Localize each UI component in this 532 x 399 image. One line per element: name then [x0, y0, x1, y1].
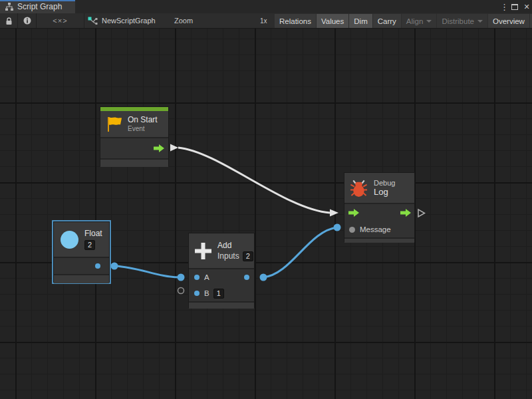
distribute-button[interactable]: Distribute: [437, 14, 487, 28]
add-b-value-field[interactable]: 1: [213, 289, 224, 299]
dim-button[interactable]: Dim: [349, 14, 372, 28]
info-icon: [23, 17, 31, 25]
active-tab-accent: [0, 0, 75, 1]
add-a-input-port[interactable]: [194, 275, 200, 280]
inputs-label: Inputs: [217, 252, 239, 261]
node-title: Add: [217, 241, 253, 250]
float-header[interactable]: Float 2: [54, 222, 109, 257]
node-float[interactable]: Float 2: [53, 221, 110, 283]
zoom-label: Zoom: [174, 13, 193, 28]
tab-script-graph[interactable]: Script Graph: [0, 0, 75, 13]
graph-selector[interactable]: NewScriptGraph: [88, 13, 156, 28]
node-footer: [54, 275, 109, 283]
lock-button[interactable]: [0, 13, 18, 28]
flow-output-port[interactable]: [154, 144, 164, 152]
add-output-port[interactable]: [244, 275, 249, 280]
toolbar: <×> NewScriptGraph Zoom 1x Relations Val…: [0, 13, 532, 29]
titlebar: Script Graph ⋮ ✕: [0, 0, 532, 13]
flag-icon: [105, 116, 122, 133]
graph-name: NewScriptGraph: [102, 17, 156, 25]
info-button[interactable]: [18, 13, 37, 28]
log-message-input-anchor[interactable]: [334, 224, 341, 231]
float-value-field[interactable]: 2: [84, 240, 95, 250]
lock-icon: [5, 17, 13, 25]
graph-canvas[interactable]: On Start Event: [0, 29, 532, 399]
node-footer: [344, 239, 414, 243]
float-output-port[interactable]: [95, 263, 100, 269]
wire-layer: [0, 29, 532, 399]
code-icon: <×>: [53, 17, 67, 25]
node-on-start[interactable]: On Start Event: [100, 106, 169, 166]
align-button[interactable]: Align: [402, 14, 437, 28]
add-output-anchor[interactable]: [260, 274, 267, 281]
add-a-label: A: [204, 273, 209, 281]
script-graph-window: Script Graph ⋮ ✕ <×>: [0, 0, 532, 399]
tab-label: Script Graph: [17, 2, 62, 11]
float-output-anchor[interactable]: [111, 263, 118, 270]
overview-button[interactable]: Overview: [488, 14, 529, 28]
wire-float-to-add-a[interactable]: [115, 266, 180, 277]
flow-input-port[interactable]: [348, 209, 359, 217]
inputs-count-field[interactable]: 2: [243, 251, 253, 261]
add-a-input-anchor[interactable]: [178, 274, 185, 281]
message-port-label: Message: [360, 225, 391, 233]
chevron-down-icon: [426, 20, 432, 23]
message-input-port[interactable]: [349, 227, 355, 233]
wire-add-to-log-message[interactable]: [263, 227, 337, 277]
node-add[interactable]: Add Inputs 2 A B 1: [188, 233, 255, 308]
carry-button[interactable]: Carry: [373, 14, 401, 28]
relations-button[interactable]: Relations: [275, 14, 316, 28]
node-title: Float: [84, 229, 102, 238]
flow-output-port[interactable]: [400, 209, 411, 217]
window-maximize-button[interactable]: [511, 4, 518, 10]
onstart-output-arrow[interactable]: [170, 144, 178, 152]
bug-icon: [350, 179, 368, 198]
debug-log-header[interactable]: Debug Log: [344, 173, 414, 203]
add-b-input-port[interactable]: [194, 291, 200, 296]
values-button[interactable]: Values: [317, 14, 348, 28]
add-b-unconnected-port[interactable]: [178, 288, 184, 294]
add-header[interactable]: Add Inputs 2: [189, 233, 254, 268]
node-debug-log[interactable]: Debug Log Message: [344, 172, 415, 242]
graph-icon: [88, 17, 98, 25]
node-footer: [189, 303, 254, 309]
toolbar-buttons: Relations Values Dim Carry Align Distrib…: [275, 14, 532, 28]
log-input-arrow[interactable]: [330, 209, 338, 217]
node-footer: [100, 160, 168, 167]
zoom-value: 1x: [260, 13, 267, 28]
chevron-down-icon: [477, 20, 483, 23]
log-output-unconnected-arrow[interactable]: [418, 209, 425, 217]
float-icon: [61, 231, 78, 249]
node-title: On Start: [128, 115, 158, 124]
on-start-header[interactable]: On Start Event: [100, 111, 168, 137]
plus-icon: [195, 243, 211, 259]
script-graph-icon: [5, 3, 13, 11]
wire-onstart-to-log[interactable]: [178, 148, 330, 213]
node-title: Log: [374, 188, 395, 197]
window-close-button[interactable]: ✕: [523, 3, 531, 11]
edit-script-button[interactable]: <×>: [37, 13, 84, 28]
add-b-label: B: [204, 289, 209, 297]
node-subtitle: Event: [128, 124, 158, 133]
window-menu-button[interactable]: ⋮: [500, 2, 507, 12]
